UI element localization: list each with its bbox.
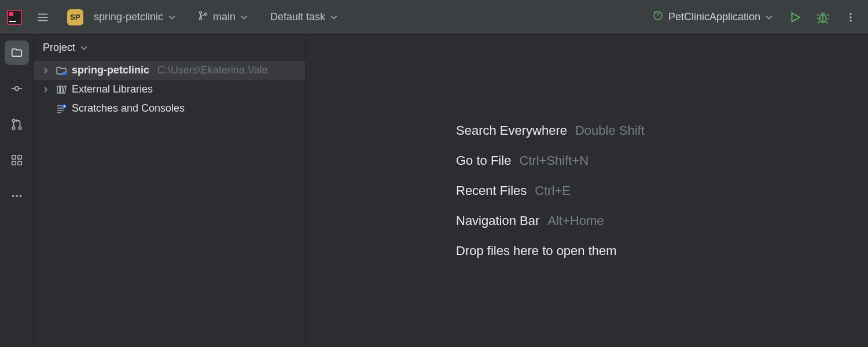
svg-point-6 bbox=[200, 12, 202, 14]
chevron-right-icon[interactable] bbox=[41, 67, 51, 74]
tree-label: Scratches and Consoles bbox=[72, 102, 185, 115]
svg-point-7 bbox=[200, 17, 202, 20]
more-tools-button[interactable] bbox=[5, 184, 29, 208]
pull-requests-tool-button[interactable] bbox=[5, 112, 29, 136]
folder-module-icon bbox=[56, 65, 67, 76]
svg-line-17 bbox=[818, 21, 819, 23]
chevron-right-icon[interactable] bbox=[41, 86, 51, 93]
svg-marker-10 bbox=[792, 13, 800, 21]
run-config-label: PetClinicApplication bbox=[668, 11, 760, 23]
tree-label: External Libraries bbox=[72, 83, 153, 95]
library-icon bbox=[56, 84, 67, 95]
tip-action: Search Everywhere bbox=[456, 123, 567, 138]
svg-point-35 bbox=[19, 195, 21, 197]
chevron-down-icon bbox=[168, 13, 176, 21]
tree-path: C:\Users\Ekaterina.Vale bbox=[157, 64, 268, 76]
svg-rect-1 bbox=[9, 12, 13, 16]
project-tree: spring-petclinic C:\Users\Ekaterina.Vale… bbox=[34, 61, 305, 118]
svg-line-14 bbox=[827, 14, 829, 16]
structure-tool-button[interactable] bbox=[5, 148, 29, 172]
empty-editor-area[interactable]: Search Everywhere Double Shift Go to Fil… bbox=[306, 35, 868, 347]
project-selector[interactable]: spring-petclinic bbox=[88, 8, 182, 27]
chevron-down-icon bbox=[330, 13, 338, 21]
svg-point-33 bbox=[12, 195, 14, 197]
svg-rect-30 bbox=[17, 156, 21, 159]
project-tool-button[interactable] bbox=[5, 40, 29, 65]
svg-rect-39 bbox=[63, 86, 66, 93]
task-selector[interactable]: Default task bbox=[264, 8, 344, 27]
main-menu-button[interactable] bbox=[31, 6, 54, 29]
tip-recent-files[interactable]: Recent Files Ctrl+E bbox=[456, 183, 571, 198]
svg-rect-31 bbox=[12, 161, 15, 165]
tip-action: Recent Files bbox=[456, 183, 527, 198]
run-button[interactable] bbox=[784, 6, 807, 29]
commit-tool-button[interactable] bbox=[5, 76, 29, 101]
project-name-label: spring-petclinic bbox=[94, 11, 163, 23]
scratches-icon bbox=[56, 103, 67, 115]
chevron-down-icon bbox=[80, 44, 88, 52]
svg-rect-29 bbox=[12, 156, 15, 159]
chevron-down-icon bbox=[240, 13, 248, 21]
tip-shortcut: Ctrl+E bbox=[535, 183, 571, 198]
project-badge: SP bbox=[67, 9, 83, 25]
run-config-selector[interactable]: PetClinicApplication bbox=[646, 6, 779, 28]
svg-point-20 bbox=[849, 16, 852, 19]
tip-action: Drop files here to open them bbox=[456, 243, 617, 259]
project-panel-header[interactable]: Project bbox=[34, 35, 305, 61]
tip-go-to-file[interactable]: Go to File Ctrl+Shift+N bbox=[456, 153, 589, 168]
top-toolbar: SP spring-petclinic main Default task Pe… bbox=[0, 0, 868, 35]
svg-point-21 bbox=[849, 20, 852, 22]
svg-rect-36 bbox=[62, 72, 66, 75]
tip-action: Go to File bbox=[456, 153, 511, 168]
tip-navigation-bar[interactable]: Navigation Bar Alt+Home bbox=[456, 213, 604, 228]
svg-point-25 bbox=[12, 119, 15, 122]
tip-drop-files: Drop files here to open them bbox=[456, 243, 617, 259]
svg-point-26 bbox=[12, 127, 15, 130]
panel-title: Project bbox=[43, 42, 75, 54]
branch-icon bbox=[198, 10, 208, 24]
more-actions-button[interactable] bbox=[839, 6, 862, 29]
svg-rect-37 bbox=[57, 86, 60, 93]
left-tool-strip bbox=[0, 35, 34, 347]
tip-search-everywhere[interactable]: Search Everywhere Double Shift bbox=[456, 123, 645, 138]
debug-button[interactable] bbox=[811, 6, 834, 29]
svg-point-19 bbox=[849, 13, 852, 15]
app-logo-icon bbox=[6, 9, 23, 26]
svg-point-27 bbox=[19, 127, 21, 130]
tree-row-project-root[interactable]: spring-petclinic C:\Users\Ekaterina.Vale bbox=[34, 61, 305, 80]
svg-point-22 bbox=[14, 87, 18, 90]
branch-name-label: main bbox=[213, 11, 236, 23]
git-branch-selector[interactable]: main bbox=[192, 7, 254, 27]
spring-boot-icon bbox=[652, 10, 664, 24]
task-name-label: Default task bbox=[270, 11, 325, 23]
tree-row-external-libraries[interactable]: External Libraries bbox=[34, 80, 305, 99]
svg-rect-38 bbox=[61, 86, 63, 93]
svg-point-8 bbox=[205, 13, 207, 15]
tip-action: Navigation Bar bbox=[456, 213, 539, 228]
svg-rect-32 bbox=[17, 161, 21, 165]
svg-rect-2 bbox=[9, 21, 16, 22]
svg-line-13 bbox=[817, 14, 819, 16]
tree-row-scratches[interactable]: Scratches and Consoles bbox=[34, 99, 305, 118]
svg-point-34 bbox=[16, 195, 18, 197]
tip-shortcut: Ctrl+Shift+N bbox=[519, 153, 589, 168]
svg-line-18 bbox=[826, 21, 828, 23]
tree-label: spring-petclinic bbox=[72, 64, 149, 76]
chevron-down-icon bbox=[765, 13, 773, 21]
project-panel: Project spring-petclinic C:\Users\Ekater… bbox=[34, 35, 306, 347]
tip-shortcut: Alt+Home bbox=[547, 213, 604, 228]
tip-shortcut: Double Shift bbox=[575, 123, 645, 138]
